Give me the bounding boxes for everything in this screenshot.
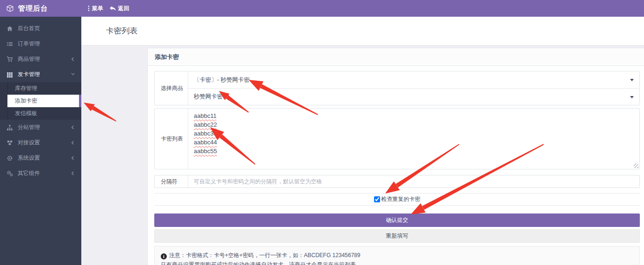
- sidebar-item-system-settings[interactable]: 系统设置: [0, 150, 81, 166]
- duplicate-checkbox-label-wrap[interactable]: 检查重复的卡密: [374, 195, 421, 203]
- note-line-1: i注意：卡密格式：卡号+空格+密码，一行一张卡，如：ABCDEFG 123456…: [161, 251, 633, 260]
- card-code-line: aabbc44: [194, 138, 217, 147]
- sitemap-icon: [7, 124, 13, 131]
- sidebar-item-card-dispense[interactable]: 发卡管理: [0, 67, 81, 82]
- sidebar-subitem-label: 发信模板: [15, 110, 37, 117]
- product-select-controls: 〔卡密〕- 秒赞网卡密 秒赞网卡密X1: [188, 71, 639, 105]
- sidebar-nav: 后台首页 订单管理 商品管理 发卡管理 库存管理 添加卡密: [0, 17, 81, 265]
- panel-header: 添加卡密: [148, 48, 644, 66]
- top-header: 管理后台 菜单 返回: [0, 0, 644, 17]
- sidebar-item-label: 对接设置: [18, 139, 71, 147]
- content-area: 添加卡密 选择商品 〔卡密〕- 秒赞网卡密 秒赞网卡密X1: [81, 45, 644, 265]
- chevron-left-icon: [71, 141, 75, 145]
- chevron-left-icon: [71, 42, 75, 46]
- sidebar-item-label: 系统设置: [18, 154, 71, 162]
- card-list-row: 卡密列表 aabbc11aabbc22aabbc33aabbc44aabbc55: [154, 108, 640, 169]
- panel-body: 选择商品 〔卡密〕- 秒赞网卡密 秒赞网卡密X1 卡密列表: [148, 66, 644, 265]
- page-title-bar: 卡密列表: [81, 17, 644, 45]
- cubes-icon: [7, 140, 13, 146]
- duplicate-checkbox-label: 检查重复的卡密: [381, 195, 421, 203]
- sidebar-subitem-add-card[interactable]: 添加卡密: [7, 95, 81, 107]
- sidebar-item-label: 商品管理: [18, 55, 71, 63]
- separator-label: 分隔符: [155, 175, 188, 187]
- brand-title: 管理后台: [18, 4, 48, 13]
- chevron-down-icon: [71, 72, 75, 77]
- sidebar-item-label: 后台首页: [18, 25, 75, 32]
- sidebar-item-label: 发卡管理: [18, 71, 71, 78]
- page-title: 卡密列表: [106, 26, 138, 36]
- sidebar-subitem-label: 库存管理: [15, 84, 37, 92]
- panel-title: 添加卡密: [155, 53, 179, 61]
- duplicate-check-band: 检查重复的卡密: [154, 193, 640, 206]
- sidebar-item-substation[interactable]: 分站管理: [0, 120, 81, 135]
- select-caret-icon: [630, 79, 634, 81]
- back-button-label: 返回: [118, 5, 129, 13]
- sidebar-item-products[interactable]: 商品管理: [0, 52, 81, 67]
- product-category-select[interactable]: 〔卡密〕- 秒赞网卡密: [188, 71, 639, 88]
- sidebar-item-orders[interactable]: 订单管理: [0, 36, 81, 52]
- separator-control: [188, 175, 639, 187]
- note-line-2: 只有商品设置里面购买成功后的动作选择自动发卡，该商品才会显示在当前列表: [161, 260, 633, 265]
- card-list-control: aabbc11aabbc22aabbc33aabbc44aabbc55: [188, 109, 639, 169]
- resize-grip[interactable]: [634, 163, 638, 168]
- chevron-left-icon: [71, 57, 75, 62]
- product-item-select[interactable]: 秒赞网卡密X1: [188, 88, 639, 105]
- info-icon: i: [161, 253, 167, 259]
- duplicate-checkbox[interactable]: [374, 196, 380, 202]
- card-code-line: aabbc33: [194, 129, 217, 138]
- menu-button[interactable]: 菜单: [88, 5, 103, 13]
- product-select-row: 选择商品 〔卡密〕- 秒赞网卡密 秒赞网卡密X1: [154, 71, 640, 105]
- select-caret-icon: [630, 96, 634, 98]
- product-item-value: 秒赞网卡密X1: [194, 93, 230, 101]
- product-category-value: 〔卡密〕- 秒赞网卡密: [194, 76, 250, 84]
- sidebar-item-label: 分站管理: [18, 123, 71, 131]
- sidebar-item-label: 其它组件: [18, 169, 71, 177]
- separator-input[interactable]: [188, 175, 639, 187]
- gears-icon: [7, 170, 13, 177]
- back-button[interactable]: 返回: [110, 5, 129, 13]
- card-code-line: aabbc55: [194, 147, 217, 155]
- note-box: i注意：卡密格式：卡号+空格+密码，一行一张卡，如：ABCDEFG 123456…: [154, 246, 640, 265]
- cube-logo-icon: [6, 5, 14, 13]
- card-dispense-submenu: 库存管理 添加卡密 发信模板: [0, 82, 81, 120]
- submit-button[interactable]: 确认提交: [154, 213, 640, 227]
- sidebar-subitem-label: 添加卡密: [15, 97, 37, 105]
- sidebar-subitem-mail-template[interactable]: 发信模板: [7, 107, 81, 120]
- ellipsis-v-icon: [88, 6, 90, 11]
- sidebar-item-home[interactable]: 后台首页: [0, 21, 81, 36]
- gear-icon: [7, 155, 13, 162]
- chevron-left-icon: [71, 156, 75, 161]
- product-select-label: 选择商品: [155, 71, 188, 105]
- card-code-line: aabbc22: [194, 120, 217, 129]
- cart-icon: [7, 56, 13, 63]
- sidebar-item-other-components[interactable]: 其它组件: [0, 166, 81, 181]
- card-code-line: aabbc11: [194, 111, 217, 120]
- brand[interactable]: 管理后台: [0, 0, 81, 17]
- chevron-left-icon: [71, 171, 75, 176]
- sidebar-item-api-settings[interactable]: 对接设置: [0, 135, 81, 150]
- sidebar-item-label: 订单管理: [18, 40, 71, 48]
- card-list-textarea[interactable]: aabbc11aabbc22aabbc33aabbc44aabbc55: [188, 109, 639, 169]
- reset-button[interactable]: 重新填写: [154, 229, 640, 243]
- reply-arrow-icon: [110, 6, 116, 11]
- grid-icon: [7, 71, 13, 78]
- main-area: 卡密列表 添加卡密 选择商品 〔卡密〕- 秒赞网卡密 秒赞网卡密X1: [81, 17, 644, 265]
- separator-row: 分隔符: [154, 175, 640, 188]
- home-icon: [7, 26, 13, 32]
- chevron-left-icon: [71, 125, 75, 130]
- list-icon: [7, 41, 13, 47]
- menu-button-label: 菜单: [92, 5, 103, 13]
- sidebar-subitem-stock[interactable]: 库存管理: [7, 82, 81, 95]
- add-card-panel: 添加卡密 选择商品 〔卡密〕- 秒赞网卡密 秒赞网卡密X1: [147, 48, 644, 265]
- card-list-label: 卡密列表: [155, 109, 188, 169]
